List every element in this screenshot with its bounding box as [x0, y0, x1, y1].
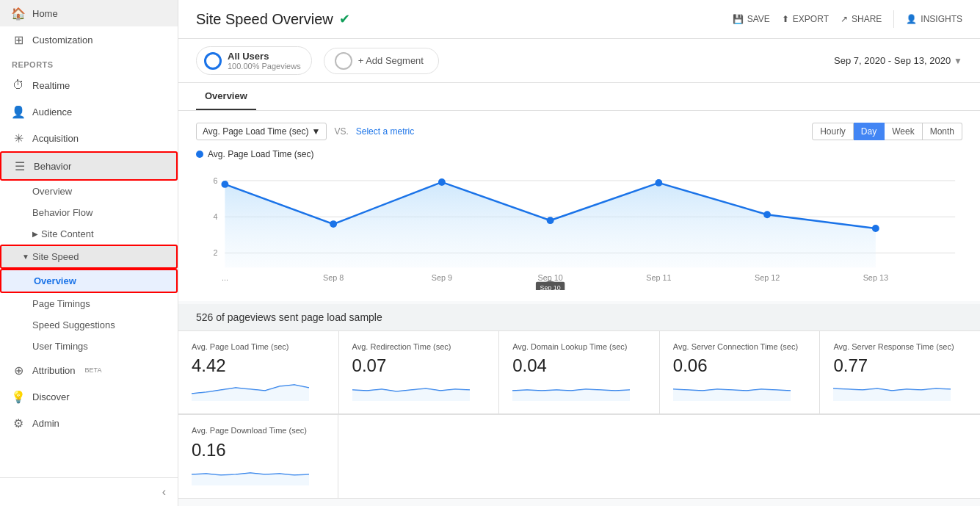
sidebar-item-home[interactable]: 🏠 Home — [0, 0, 178, 26]
svg-text:Sep 13: Sep 13 — [863, 273, 888, 282]
metric-value-domain-lookup: 0.04 — [512, 355, 646, 376]
segment-sub: 100.00% Pageviews — [228, 62, 301, 71]
sidebar-item-discover-label: Discover — [32, 391, 70, 402]
metric-card-page-download: Avg. Page Download Time (sec) 0.16 — [178, 415, 338, 498]
svg-text:6: 6 — [214, 176, 218, 185]
mini-chart-server-connection — [673, 379, 791, 401]
sidebar-item-customization[interactable]: ⊞ Customization — [0, 26, 178, 53]
segments-bar: All Users 100.00% Pageviews + Add Segmen… — [178, 39, 980, 83]
insights-icon: 👤 — [906, 14, 917, 24]
export-button[interactable]: ⬆ EXPORT — [782, 14, 829, 24]
svg-text:Sep 11: Sep 11 — [646, 273, 671, 282]
share-label: SHARE — [852, 14, 882, 24]
save-button[interactable]: 💾 SAVE — [733, 14, 770, 24]
chart-point-1 — [330, 220, 337, 228]
insights-label: INSIGHTS — [921, 14, 962, 24]
svg-text:4: 4 — [214, 212, 218, 221]
sidebar-item-realtime-label: Realtime — [32, 80, 70, 91]
metric-title-redirection: Avg. Redirection Time (sec) — [352, 341, 486, 353]
sidebar-item-acquisition[interactable]: ✳ Acquisition — [0, 125, 178, 151]
svg-marker-22 — [673, 389, 791, 401]
time-range-buttons: Hourly Day Week Month — [812, 123, 962, 140]
metric-value-redirection: 0.07 — [352, 355, 486, 376]
metrics-grid: Avg. Page Load Time (sec) 4.42 Avg. Redi… — [178, 330, 980, 414]
save-icon: 💾 — [733, 14, 744, 24]
share-button[interactable]: ↗ SHARE — [841, 14, 882, 24]
week-button[interactable]: Week — [885, 123, 922, 140]
metric-card-server-connection: Avg. Server Connection Time (sec) 0.06 — [660, 331, 821, 414]
tab-bar: Overview — [178, 83, 980, 111]
sidebar-footer: ‹ — [0, 477, 178, 506]
sidebar-item-audience[interactable]: 👤 Audience — [0, 98, 178, 125]
metric-card-page-load: Avg. Page Load Time (sec) 4.42 — [178, 331, 339, 414]
metric-select-dropdown[interactable]: Avg. Page Load Time (sec) ▼ — [196, 123, 327, 140]
hourly-button[interactable]: Hourly — [812, 123, 854, 140]
export-icon: ⬆ — [782, 14, 789, 24]
sidebar-sub-behavior-flow[interactable]: Behavior Flow — [0, 202, 178, 223]
metric-value-page-load: 4.42 — [192, 355, 325, 376]
all-users-segment[interactable]: All Users 100.00% Pageviews — [196, 46, 312, 75]
realtime-icon: ⏱ — [12, 79, 25, 92]
insights-button[interactable]: 👤 INSIGHTS — [906, 14, 962, 24]
sidebar-item-behavior-label: Behavior — [34, 161, 71, 172]
sidebar-item-behavior[interactable]: ☰ Behavior — [0, 151, 178, 181]
day-button[interactable]: Day — [854, 123, 885, 140]
sidebar-sub-page-timings[interactable]: Page Timings — [0, 293, 178, 314]
sidebar-item-acquisition-label: Acquisition — [32, 133, 79, 144]
tab-overview[interactable]: Overview — [196, 83, 256, 110]
chart-legend: Avg. Page Load Time (sec) — [196, 149, 962, 159]
site-content-arrow: ▶ — [32, 230, 38, 238]
sidebar-item-attribution-label: Attribution — [32, 365, 76, 376]
sidebar-sub-site-content[interactable]: ▶ Site Content — [0, 223, 178, 245]
save-label: SAVE — [747, 14, 770, 24]
sidebar-item-audience-label: Audience — [32, 106, 72, 118]
sidebar-sub-ss-overview[interactable]: Overview — [0, 269, 178, 293]
behavior-icon: ☰ — [13, 159, 26, 173]
chart-point-3 — [547, 217, 554, 224]
mini-chart-page-download — [192, 463, 309, 485]
site-speed-arrow-icon: ▼ — [22, 253, 29, 261]
sidebar-item-admin[interactable]: ⚙ Admin — [0, 410, 178, 436]
segment-circle — [204, 52, 222, 70]
audience-icon: 👤 — [12, 105, 25, 118]
metric-title-domain-lookup: Avg. Domain Lookup Time (sec) — [512, 341, 646, 353]
grid-icon: ⊞ — [12, 33, 25, 46]
sidebar-item-discover[interactable]: 💡 Discover — [0, 383, 178, 410]
metric-select-label: Avg. Page Load Time (sec) — [203, 126, 309, 137]
home-icon: 🏠 — [12, 7, 25, 20]
discover-icon: 💡 — [12, 390, 25, 403]
chart-controls: Avg. Page Load Time (sec) ▼ VS. Select a… — [196, 123, 962, 140]
sidebar-sub-overview[interactable]: Overview — [0, 181, 178, 202]
svg-text:...: ... — [222, 273, 228, 282]
date-range-label: Sep 7, 2020 - Sep 13, 2020 — [834, 55, 951, 66]
chart-point-4 — [655, 179, 662, 187]
date-range-picker[interactable]: Sep 7, 2020 - Sep 13, 2020 ▼ — [834, 55, 962, 66]
svg-marker-21 — [512, 389, 630, 401]
sidebar-item-realtime[interactable]: ⏱ Realtime — [0, 72, 178, 98]
svg-text:Sep 9: Sep 9 — [432, 273, 452, 282]
chart-point-6 — [872, 225, 879, 232]
month-button[interactable]: Month — [923, 123, 962, 140]
page-title-text: Site Speed Overview — [196, 11, 333, 28]
sidebar-sub-speed-suggestions[interactable]: Speed Suggestions — [0, 314, 178, 336]
chart-area-fill — [225, 182, 875, 267]
sidebar-sub-user-timings[interactable]: User Timings — [0, 336, 178, 357]
collapse-sidebar-button[interactable]: ‹ — [162, 485, 166, 499]
page-title: Site Speed Overview ✔ — [196, 11, 350, 38]
chart-point-0 — [221, 181, 228, 188]
sidebar-sub-site-speed[interactable]: ▼ Site Speed — [0, 245, 178, 269]
reports-section-label: REPORTS — [0, 53, 178, 72]
metric-card-redirection: Avg. Redirection Time (sec) 0.07 — [339, 331, 500, 414]
sidebar-item-attribution[interactable]: ⊕ Attribution BETA — [0, 357, 178, 383]
svg-text:Sep 8: Sep 8 — [323, 273, 344, 282]
add-segment-button[interactable]: + Add Segment — [324, 48, 439, 74]
sidebar-item-customization-label: Customization — [32, 35, 92, 46]
tooltip-text: Sep 10 — [540, 284, 561, 290]
select-metric-link[interactable]: Select a metric — [356, 126, 414, 137]
acquisition-icon: ✳ — [12, 131, 25, 145]
chart-point-5 — [763, 211, 771, 218]
svg-text:Sep 12: Sep 12 — [755, 273, 780, 282]
metrics-grid-row2: Avg. Page Download Time (sec) 0.16 — [178, 414, 980, 498]
page-header: Site Speed Overview ✔ 💾 SAVE ⬆ EXPORT ↗ … — [178, 0, 980, 39]
segment-label: All Users — [228, 51, 301, 62]
